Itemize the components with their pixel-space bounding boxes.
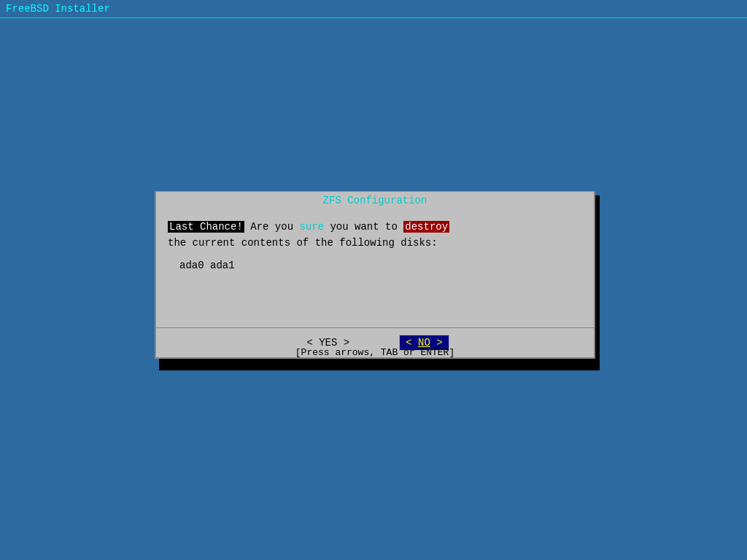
destroy-text: destroy	[403, 221, 449, 233]
last-chance-label: Last Chance!	[168, 221, 244, 233]
dialog-message-line1: Last Chance! Are you sure you want to de…	[168, 219, 582, 235]
dialog-message-line2: the current contents of the following di…	[168, 235, 582, 251]
dialog-content: Last Chance! Are you sure you want to de…	[156, 211, 594, 328]
sure-text: sure	[299, 221, 324, 233]
hint-text: [Press arrows, TAB or ENTER]	[295, 347, 454, 358]
message-text-part2: Are you	[244, 221, 300, 233]
title-bar: FreeBSD Installer	[0, 0, 747, 18]
app-title: FreeBSD Installer	[6, 3, 110, 15]
disk-list: ada0 ada1	[168, 257, 582, 273]
message-text-part3: you want to	[324, 221, 403, 233]
dialog-title: ZFS Configuration	[156, 192, 594, 209]
dialog-box: ZFS Configuration Last Chance! Are you s…	[155, 191, 595, 359]
hint-bar-wrapper: [Press arrows, TAB or ENTER]	[156, 346, 594, 358]
